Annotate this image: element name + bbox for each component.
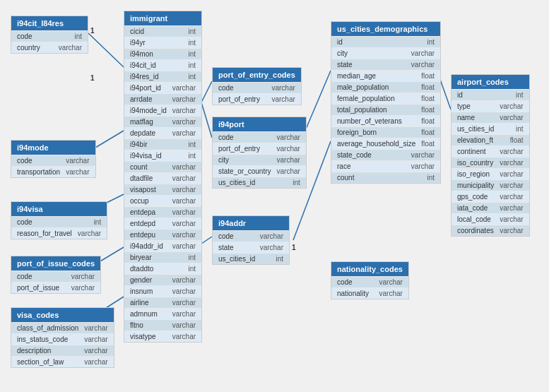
table-row: port_of_entryvarchar — [213, 143, 306, 154]
table-immigrant: immigrantcicidinti94yrinti94moninti94cit… — [124, 11, 202, 343]
column-type: int — [74, 32, 82, 40]
table-row: male_populationfloat — [331, 81, 440, 93]
column-name: us_cities_id — [457, 125, 494, 133]
table-row: transportationvarchar — [11, 166, 95, 177]
column-type: varchar — [411, 61, 435, 69]
table-row: occupvarchar — [124, 195, 201, 206]
column-type: varchar — [78, 230, 101, 237]
column-type: float — [421, 129, 435, 136]
table-header-visa_codes: visa_codes — [11, 308, 114, 322]
column-name: race — [337, 162, 350, 170]
column-type: varchar — [172, 84, 196, 92]
column-type: int — [516, 125, 524, 133]
column-name: median_age — [337, 72, 376, 80]
column-name: coordinates — [457, 227, 494, 234]
relation-label: 1 — [292, 244, 296, 251]
column-name: id — [337, 38, 343, 46]
table-row: visapostvarchar — [124, 184, 201, 195]
column-type: int — [94, 218, 102, 226]
column-type: varchar — [84, 324, 107, 332]
table-header-nationality_codes: nationality_codes — [331, 262, 408, 276]
column-type: varchar — [172, 333, 196, 340]
column-type: varchar — [66, 168, 89, 176]
column-name: state — [218, 244, 234, 251]
column-type: float — [421, 95, 435, 102]
column-name: entdepa — [130, 208, 155, 216]
table-row: countint — [331, 172, 440, 183]
table-row: cityvarchar — [213, 154, 306, 165]
column-type: varchar — [172, 287, 196, 295]
table-row: statevarchar — [213, 242, 289, 253]
column-name: airline — [130, 299, 149, 307]
table-row: i94yrint — [124, 37, 201, 48]
column-type: varchar — [172, 186, 196, 194]
table-i94addr: i94addrcodevarcharstatevarcharus_cities_… — [212, 215, 290, 265]
table-header-i94visa: i94visa — [11, 202, 107, 216]
table-row: codeint — [11, 216, 107, 227]
column-name: code — [218, 133, 234, 141]
column-name: code — [17, 218, 33, 226]
column-name: us_cities_id — [218, 179, 255, 186]
column-type: int — [189, 39, 196, 47]
column-type: int — [516, 91, 524, 99]
table-row: us_cities_idint — [213, 253, 289, 264]
table-row: fltnovarchar — [124, 319, 201, 331]
table-row: i94addr_idvarchar — [124, 240, 201, 251]
table-header-i94mode: i94mode — [11, 141, 95, 155]
column-type: varchar — [172, 197, 196, 205]
column-name: iso_country — [457, 159, 493, 167]
column-type: varchar — [59, 44, 82, 52]
column-name: biryear — [130, 254, 152, 261]
column-name: insnum — [130, 287, 153, 295]
table-header-immigrant: immigrant — [124, 11, 201, 25]
table-row: us_cities_idint — [451, 123, 529, 134]
column-name: count — [130, 163, 147, 171]
table-row: codeint — [11, 30, 88, 42]
table-row: average_household_sizefloat — [331, 138, 440, 149]
column-name: transportation — [17, 168, 60, 176]
table-row: i94mode_idvarchar — [124, 105, 201, 116]
column-type: varchar — [260, 232, 283, 240]
column-type: int — [189, 141, 196, 148]
column-name: i94visa_id — [130, 152, 161, 160]
table-row: namevarchar — [451, 112, 529, 123]
table-row: section_of_lawvarchar — [11, 356, 114, 367]
column-name: dtadfile — [130, 174, 153, 182]
column-type: varchar — [172, 231, 196, 239]
column-type: varchar — [172, 310, 196, 318]
column-type: varchar — [277, 156, 300, 164]
column-type: varchar — [172, 107, 196, 114]
table-header-i94port: i94port — [213, 117, 306, 131]
column-type: varchar — [500, 193, 523, 201]
column-name: iso_region — [457, 170, 490, 178]
column-name: fltno — [130, 321, 143, 329]
table-row: entdepuvarchar — [124, 229, 201, 240]
table-nationality_codes: nationality_codescodevarcharnationalityv… — [331, 261, 409, 299]
column-name: entdepd — [130, 220, 155, 227]
table-header-airport_codes: airport_codes — [451, 75, 529, 89]
column-type: varchar — [500, 182, 523, 189]
table-row: iata_codevarchar — [451, 202, 529, 213]
column-name: visapost — [130, 186, 156, 194]
column-name: entdepu — [130, 231, 155, 239]
svg-line-5 — [201, 81, 212, 102]
column-type: varchar — [260, 244, 283, 251]
column-name: code — [17, 32, 33, 40]
column-type: varchar — [172, 95, 196, 103]
table-row: state_or_countryvarchar — [213, 165, 306, 177]
column-name: continent — [457, 148, 486, 155]
table-i94visa: i94visacodeintreason_for_travelvarchar — [11, 201, 107, 239]
table-port_of_entry_codes: port_of_entry_codescodevarcharport_of_en… — [212, 67, 302, 105]
table-row: statevarchar — [331, 59, 440, 70]
table-row: depdatevarchar — [124, 127, 201, 138]
table-row: matflagvarchar — [124, 116, 201, 127]
column-type: int — [427, 174, 435, 182]
column-type: int — [189, 265, 196, 273]
relation-label: 1 — [90, 27, 95, 35]
column-name: number_of_veterans — [337, 117, 402, 125]
column-name: ins_status_code — [17, 335, 68, 343]
column-type: varchar — [500, 159, 523, 167]
column-type: varchar — [411, 162, 435, 170]
column-name: occup — [130, 197, 149, 205]
column-name: municipality — [457, 182, 494, 189]
